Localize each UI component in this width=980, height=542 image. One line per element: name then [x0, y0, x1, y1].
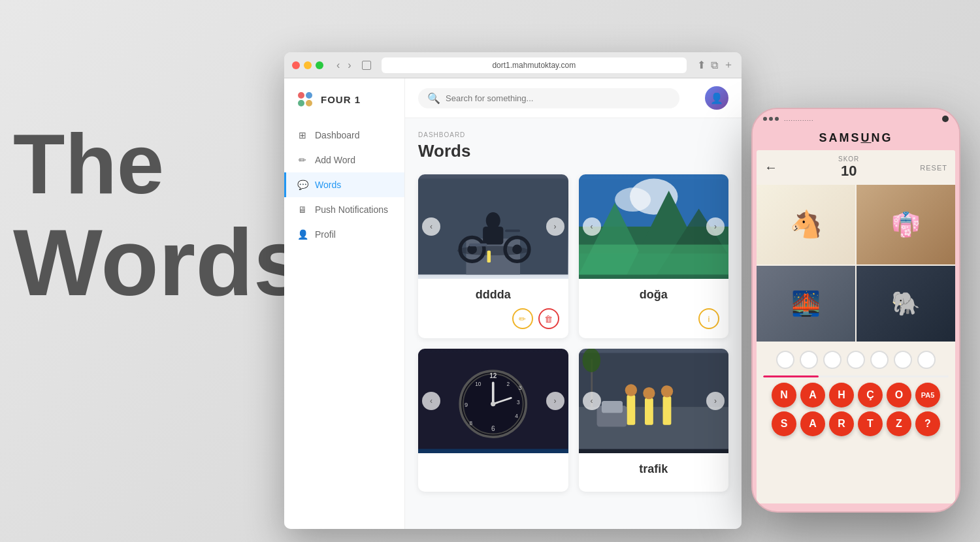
- letter-tile-A2[interactable]: A: [800, 411, 825, 436]
- card-body-motorcycle: dddda ✏ 🗑: [418, 279, 568, 338]
- card-body-clock: [418, 453, 568, 478]
- svg-text:2: 2: [506, 381, 510, 387]
- svg-point-52: [582, 349, 600, 372]
- phone-images-grid: 🐴 👘 🌉 🐘: [757, 185, 955, 342]
- minimize-button[interactable]: [304, 61, 312, 69]
- pencil-icon: ✏: [297, 154, 308, 166]
- sidebar-item-add-word[interactable]: ✏ Add Word: [284, 148, 404, 172]
- answer-bubble: [776, 351, 794, 369]
- address-bar[interactable]: dort1.mahmutoktay.com: [382, 57, 687, 73]
- phone-brand: SAMSUNG: [753, 129, 959, 150]
- answer-bubble: [917, 351, 936, 369]
- letter-row-2: S A R T Z ?: [763, 411, 949, 436]
- sidebar-item-profil[interactable]: 👤 Profil: [284, 222, 404, 247]
- edit-button-motorcycle[interactable]: ✏: [512, 308, 533, 329]
- letter-tile-H[interactable]: H: [829, 383, 854, 407]
- card-image-motorcycle: ‹ ›: [418, 174, 568, 279]
- svg-text:3: 3: [517, 400, 520, 406]
- bridge-image: 🌉: [757, 266, 855, 342]
- elephant-image: 🐘: [857, 266, 955, 342]
- word-card-nature: ‹ › doğa i: [579, 174, 729, 338]
- word-card-traffic: ‹ › trafik: [579, 349, 729, 492]
- card-body-nature: doğa i: [579, 279, 729, 338]
- browser-action-buttons: ⬆ ⧉ ＋: [697, 58, 734, 72]
- card-nav-left-motorcycle[interactable]: ‹: [422, 217, 440, 236]
- svg-text:9: 9: [465, 402, 468, 408]
- nav-buttons: ‹ ›: [334, 58, 354, 72]
- answer-bubble: [870, 351, 889, 369]
- score-label: SKOR: [838, 155, 859, 163]
- svg-point-9: [486, 212, 500, 229]
- letter-tile-N[interactable]: N: [772, 383, 796, 407]
- info-button-nature[interactable]: i: [698, 308, 719, 329]
- card-nav-left-clock[interactable]: ‹: [422, 392, 440, 410]
- sidebar-item-dashboard[interactable]: ⊞ Dashboard: [284, 123, 404, 148]
- duplicate-icon[interactable]: ⧉: [711, 59, 718, 71]
- svg-rect-47: [662, 396, 671, 425]
- letter-tile-PA5[interactable]: PA5: [915, 383, 940, 407]
- delete-button-motorcycle[interactable]: 🗑: [538, 308, 559, 329]
- letter-grid: N A H Ç O PA5 S A R T Z ?: [757, 377, 955, 436]
- letter-tile-T[interactable]: T: [858, 411, 883, 436]
- card-nav-left-traffic[interactable]: ‹: [583, 392, 601, 410]
- phone-top-bar: .............: [753, 109, 959, 129]
- search-icon: 🔍: [427, 92, 440, 104]
- sidebar-item-push-notifications[interactable]: 🖥 Push Notifications: [284, 197, 404, 222]
- app-name: FOUR 1: [321, 94, 361, 105]
- answer-bubble: [894, 351, 912, 369]
- card-word-nature: doğa: [588, 288, 720, 302]
- fullscreen-button[interactable]: [316, 61, 323, 69]
- back-nav-button[interactable]: ‹: [334, 58, 342, 72]
- sidebar-label-dashboard: Dashboard: [315, 130, 360, 140]
- svg-rect-16: [469, 244, 487, 247]
- svg-text:8: 8: [469, 421, 472, 426]
- sidebar-item-words[interactable]: 💬 Words: [284, 172, 404, 197]
- letter-tile-question[interactable]: ?: [915, 411, 940, 436]
- letter-tile-A[interactable]: A: [800, 383, 825, 407]
- card-actions-motorcycle: ✏ 🗑: [427, 308, 559, 329]
- avatar: 👤: [705, 86, 728, 110]
- phone-back-button[interactable]: ←: [764, 160, 777, 175]
- sidebar: FOUR 1 ⊞ Dashboard ✏ Add Word 💬 Words 🖥 …: [284, 78, 405, 529]
- svg-point-0: [298, 92, 304, 99]
- sidebar-logo: FOUR 1: [284, 89, 404, 123]
- card-word-motorcycle: dddda: [427, 288, 559, 302]
- svg-point-44: [625, 384, 636, 396]
- new-tab-icon[interactable]: ＋: [723, 58, 734, 72]
- chat-icon: 💬: [297, 179, 308, 191]
- answer-bubble: [823, 351, 841, 369]
- card-nav-right-clock[interactable]: ›: [546, 392, 564, 410]
- svg-point-1: [306, 92, 312, 99]
- svg-rect-45: [644, 398, 653, 424]
- svg-point-3: [306, 100, 312, 106]
- letter-tile-O[interactable]: O: [887, 383, 911, 407]
- search-input[interactable]: [446, 93, 670, 103]
- letter-tile-C[interactable]: Ç: [858, 383, 883, 407]
- card-image-clock: 12 3 6 9 2 10 4 8 3: [418, 349, 568, 453]
- window-mode-icon[interactable]: [362, 61, 371, 70]
- share-icon[interactable]: ⬆: [697, 59, 706, 71]
- browser-window: ‹ › dort1.mahmutoktay.com ⬆ ⧉ ＋ FOUR 1: [284, 52, 742, 529]
- card-nav-left-nature[interactable]: ‹: [583, 217, 601, 236]
- card-body-traffic: trafik: [579, 453, 729, 492]
- card-nav-right-traffic[interactable]: ›: [706, 392, 725, 410]
- notification-icon: 🖥: [297, 204, 308, 215]
- svg-rect-15: [505, 230, 520, 232]
- horse-image: 🐴: [757, 185, 855, 264]
- svg-rect-10: [483, 227, 503, 245]
- forward-nav-button[interactable]: ›: [345, 58, 353, 72]
- reset-button[interactable]: RESET: [920, 164, 947, 172]
- letter-tile-R[interactable]: R: [829, 411, 854, 436]
- letter-tile-S[interactable]: S: [772, 411, 796, 436]
- search-bar: 🔍: [418, 88, 679, 108]
- sidebar-label-add-word: Add Word: [315, 155, 355, 165]
- sidebar-label-words: Words: [315, 180, 341, 190]
- background-text: The Words: [0, 118, 281, 315]
- letter-tile-Z[interactable]: Z: [887, 411, 911, 436]
- card-nav-right-motorcycle[interactable]: ›: [546, 217, 564, 236]
- word-card-motorcycle: ‹ › dddda ✏ 🗑: [418, 174, 568, 338]
- svg-point-40: [491, 402, 495, 406]
- logo-icon: [295, 89, 316, 110]
- close-button[interactable]: [292, 61, 300, 69]
- card-nav-right-nature[interactable]: ›: [706, 217, 725, 236]
